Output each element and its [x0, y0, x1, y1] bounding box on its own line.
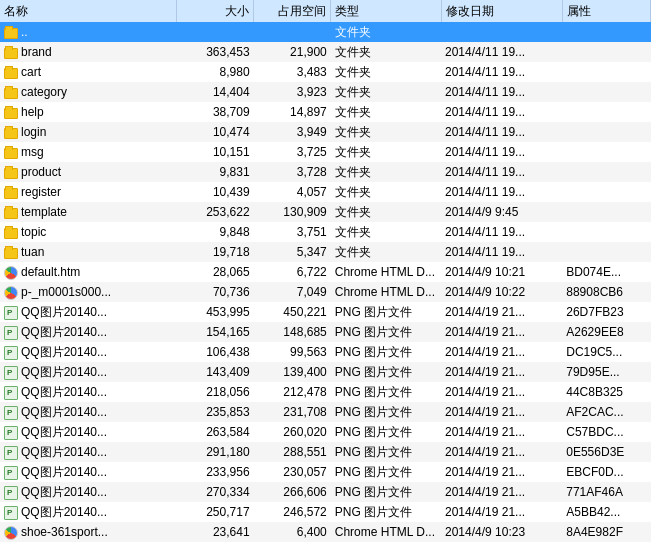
col-header-size2[interactable]: 占用空间	[254, 0, 331, 22]
file-size: 218,056	[176, 382, 253, 402]
file-attr	[562, 242, 650, 262]
table-row[interactable]: QQ图片20140...233,956230,057PNG 图片文件2014/4…	[0, 462, 651, 482]
file-date: 2014/4/11 19...	[441, 122, 562, 142]
folder-icon	[4, 168, 18, 179]
file-size: 28,065	[176, 262, 253, 282]
file-type: Chrome HTML D...	[331, 262, 441, 282]
file-type: PNG 图片文件	[331, 342, 441, 362]
file-date: 2014/4/19 21...	[441, 422, 562, 442]
file-attr: A5BB42...	[562, 502, 650, 522]
file-attr: 44C8B325	[562, 382, 650, 402]
col-header-attr[interactable]: 属性	[562, 0, 650, 22]
file-size: 10,439	[176, 182, 253, 202]
table-row[interactable]: default.htm28,0656,722Chrome HTML D...20…	[0, 262, 651, 282]
file-attr	[562, 102, 650, 122]
file-attr	[562, 142, 650, 162]
col-header-size[interactable]: 大小	[176, 0, 253, 22]
png-icon	[4, 446, 18, 460]
table-row[interactable]: QQ图片20140...143,409139,400PNG 图片文件2014/4…	[0, 362, 651, 382]
file-attr	[562, 202, 650, 222]
file-date: 2014/4/11 19...	[441, 162, 562, 182]
file-type: PNG 图片文件	[331, 302, 441, 322]
file-type: 文件夹	[331, 142, 441, 162]
file-size2: 21,900	[254, 42, 331, 62]
png-icon	[4, 406, 18, 420]
file-attr: 0E556D3E	[562, 442, 650, 462]
table-row[interactable]: login10,4743,949文件夹2014/4/11 19...	[0, 122, 651, 142]
file-name: topic	[21, 225, 46, 239]
png-icon	[4, 506, 18, 520]
table-row[interactable]: tuan19,7185,347文件夹2014/4/11 19...	[0, 242, 651, 262]
file-size: 106,438	[176, 342, 253, 362]
file-size: 14,404	[176, 82, 253, 102]
table-row[interactable]: product9,8313,728文件夹2014/4/11 19...	[0, 162, 651, 182]
table-row[interactable]: QQ图片20140...291,180288,551PNG 图片文件2014/4…	[0, 442, 651, 462]
file-type: PNG 图片文件	[331, 382, 441, 402]
file-date: 2014/4/11 19...	[441, 242, 562, 262]
table-row[interactable]: QQ图片20140...218,056212,478PNG 图片文件2014/4…	[0, 382, 651, 402]
table-row[interactable]: register10,4394,057文件夹2014/4/11 19...	[0, 182, 651, 202]
folder-icon	[4, 108, 18, 119]
file-type: 文件夹	[331, 222, 441, 242]
file-size2: 139,400	[254, 362, 331, 382]
file-attr	[562, 82, 650, 102]
file-type: 文件夹	[331, 22, 441, 42]
table-row[interactable]: p-_m0001s000...70,7367,049Chrome HTML D.…	[0, 282, 651, 302]
col-header-type[interactable]: 类型	[331, 0, 441, 22]
png-icon	[4, 466, 18, 480]
table-row[interactable]: ..文件夹	[0, 22, 651, 42]
file-name: QQ图片20140...	[21, 305, 107, 319]
file-name: QQ图片20140...	[21, 405, 107, 419]
table-row[interactable]: QQ图片20140...263,584260,020PNG 图片文件2014/4…	[0, 422, 651, 442]
png-icon	[4, 386, 18, 400]
file-name: QQ图片20140...	[21, 325, 107, 339]
folder-icon	[4, 188, 18, 199]
file-size2: 14,897	[254, 102, 331, 122]
file-size	[176, 22, 253, 42]
file-attr	[562, 182, 650, 202]
file-date: 2014/4/9 9:45	[441, 202, 562, 222]
file-size2: 230,057	[254, 462, 331, 482]
chrome-icon	[4, 286, 18, 300]
folder-icon	[4, 148, 18, 159]
file-name: default.htm	[21, 265, 80, 279]
file-size: 9,848	[176, 222, 253, 242]
file-type: 文件夹	[331, 162, 441, 182]
file-date: 2014/4/11 19...	[441, 182, 562, 202]
table-row[interactable]: QQ图片20140...250,717246,572PNG 图片文件2014/4…	[0, 502, 651, 522]
file-date: 2014/4/9 10:22	[441, 282, 562, 302]
file-name: QQ图片20140...	[21, 465, 107, 479]
file-name: QQ图片20140...	[21, 425, 107, 439]
table-row[interactable]: shoe-361sport...23,6416,400Chrome HTML D…	[0, 522, 651, 542]
file-date: 2014/4/19 21...	[441, 362, 562, 382]
table-row[interactable]: QQ图片20140...106,43899,563PNG 图片文件2014/4/…	[0, 342, 651, 362]
file-size2: 130,909	[254, 202, 331, 222]
file-name: brand	[21, 45, 52, 59]
table-row[interactable]: QQ图片20140...235,853231,708PNG 图片文件2014/4…	[0, 402, 651, 422]
table-row[interactable]: help38,70914,897文件夹2014/4/11 19...	[0, 102, 651, 122]
file-name: shoe-361sport...	[21, 525, 108, 539]
file-attr: EBCF0D...	[562, 462, 650, 482]
table-row[interactable]: template253,622130,909文件夹2014/4/9 9:45	[0, 202, 651, 222]
file-date: 2014/4/19 21...	[441, 322, 562, 342]
table-row[interactable]: msg10,1513,725文件夹2014/4/11 19...	[0, 142, 651, 162]
file-size2: 212,478	[254, 382, 331, 402]
col-header-name[interactable]: 名称	[0, 0, 176, 22]
file-size2: 3,949	[254, 122, 331, 142]
table-row[interactable]: category14,4043,923文件夹2014/4/11 19...	[0, 82, 651, 102]
table-row[interactable]: cart8,9803,483文件夹2014/4/11 19...	[0, 62, 651, 82]
table-row[interactable]: brand363,45321,900文件夹2014/4/11 19...	[0, 42, 651, 62]
file-size: 8,980	[176, 62, 253, 82]
folder-icon	[4, 228, 18, 239]
file-name: product	[21, 165, 61, 179]
file-type: 文件夹	[331, 42, 441, 62]
file-date: 2014/4/19 21...	[441, 342, 562, 362]
col-header-date[interactable]: 修改日期	[441, 0, 562, 22]
table-row[interactable]: QQ图片20140...154,165148,685PNG 图片文件2014/4…	[0, 322, 651, 342]
png-icon	[4, 326, 18, 340]
table-row[interactable]: topic9,8483,751文件夹2014/4/11 19...	[0, 222, 651, 242]
table-row[interactable]: QQ图片20140...453,995450,221PNG 图片文件2014/4…	[0, 302, 651, 322]
chrome-icon	[4, 526, 18, 540]
file-size2: 260,020	[254, 422, 331, 442]
table-row[interactable]: QQ图片20140...270,334266,606PNG 图片文件2014/4…	[0, 482, 651, 502]
